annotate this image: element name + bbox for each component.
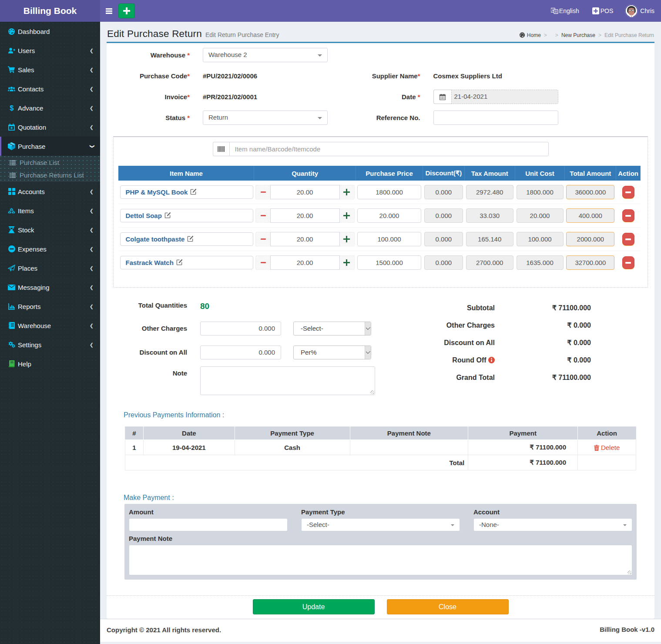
svg-text:文: 文 (554, 10, 557, 13)
svg-text:$: $ (10, 104, 13, 112)
